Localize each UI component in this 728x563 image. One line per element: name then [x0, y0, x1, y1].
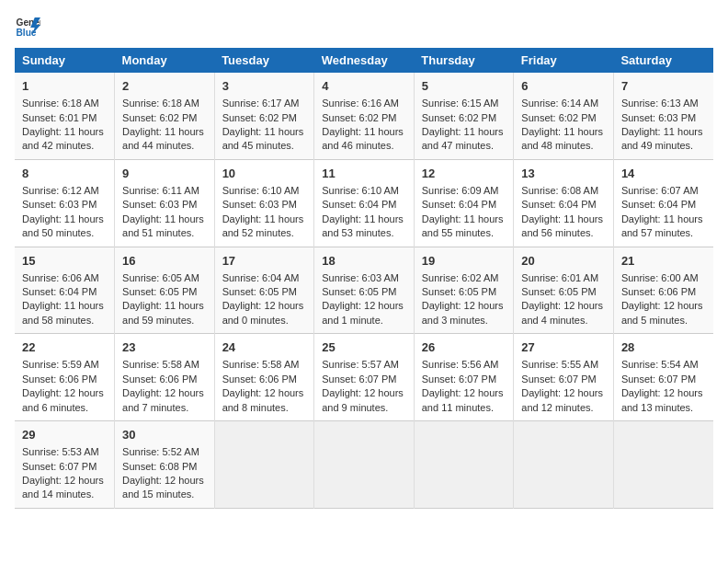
week-row-3: 15Sunrise: 6:06 AMSunset: 6:04 PMDayligh… — [15, 247, 713, 334]
day-number: 1 — [22, 78, 107, 95]
day-number: 27 — [521, 339, 606, 356]
calendar-cell: 17Sunrise: 6:04 AMSunset: 6:05 PMDayligh… — [214, 247, 314, 334]
day-number: 12 — [422, 166, 506, 182]
week-row-2: 8Sunrise: 6:12 AMSunset: 6:03 PMDaylight… — [15, 159, 713, 247]
calendar-cell: 20Sunrise: 6:01 AMSunset: 6:05 PMDayligh… — [514, 247, 614, 334]
calendar-cell: 1Sunrise: 6:18 AMSunset: 6:01 PMDaylight… — [15, 73, 115, 159]
header-row: SundayMondayTuesdayWednesdayThursdayFrid… — [15, 48, 713, 73]
day-number: 29 — [22, 427, 107, 443]
day-number: 16 — [122, 253, 207, 270]
calendar-cell — [214, 421, 314, 509]
calendar-table: SundayMondayTuesdayWednesdayThursdayFrid… — [15, 48, 713, 509]
calendar-cell — [514, 421, 614, 509]
calendar-cell: 28Sunrise: 5:54 AMSunset: 6:07 PMDayligh… — [613, 334, 713, 421]
calendar-cell: 18Sunrise: 6:03 AMSunset: 6:05 PMDayligh… — [314, 247, 415, 334]
col-header-saturday: Saturday — [613, 48, 713, 73]
svg-text:Blue: Blue — [17, 28, 37, 38]
day-number: 28 — [621, 339, 706, 356]
calendar-cell: 25Sunrise: 5:57 AMSunset: 6:07 PMDayligh… — [314, 334, 415, 421]
calendar-cell: 15Sunrise: 6:06 AMSunset: 6:04 PMDayligh… — [15, 247, 115, 334]
day-number: 23 — [122, 339, 207, 356]
calendar-cell: 26Sunrise: 5:56 AMSunset: 6:07 PMDayligh… — [414, 334, 514, 421]
day-number: 4 — [322, 78, 406, 95]
day-number: 20 — [521, 253, 606, 270]
day-number: 3 — [222, 78, 307, 95]
day-number: 14 — [621, 166, 706, 182]
day-number: 11 — [322, 166, 406, 182]
day-number: 22 — [22, 339, 107, 356]
calendar-cell: 12Sunrise: 6:09 AMSunset: 6:04 PMDayligh… — [414, 159, 514, 247]
col-header-sunday: Sunday — [15, 48, 115, 73]
day-number: 10 — [222, 166, 307, 182]
day-number: 2 — [122, 78, 207, 95]
calendar-cell: 19Sunrise: 6:02 AMSunset: 6:05 PMDayligh… — [414, 247, 514, 334]
day-number: 21 — [621, 253, 706, 270]
calendar-cell: 27Sunrise: 5:55 AMSunset: 6:07 PMDayligh… — [514, 334, 614, 421]
calendar-cell: 2Sunrise: 6:18 AMSunset: 6:02 PMDaylight… — [115, 73, 215, 159]
calendar-cell: 13Sunrise: 6:08 AMSunset: 6:04 PMDayligh… — [514, 159, 614, 247]
week-row-5: 29Sunrise: 5:53 AMSunset: 6:07 PMDayligh… — [15, 421, 713, 509]
day-number: 25 — [322, 339, 406, 356]
calendar-cell: 3Sunrise: 6:17 AMSunset: 6:02 PMDaylight… — [214, 73, 314, 159]
calendar-cell: 30Sunrise: 5:52 AMSunset: 6:08 PMDayligh… — [115, 421, 215, 509]
day-number: 8 — [22, 166, 107, 182]
col-header-thursday: Thursday — [414, 48, 514, 73]
day-number: 24 — [222, 339, 307, 356]
calendar-cell: 29Sunrise: 5:53 AMSunset: 6:07 PMDayligh… — [15, 421, 115, 509]
calendar-cell: 5Sunrise: 6:15 AMSunset: 6:02 PMDaylight… — [414, 73, 514, 159]
calendar-cell: 8Sunrise: 6:12 AMSunset: 6:03 PMDaylight… — [15, 159, 115, 247]
calendar-cell: 14Sunrise: 6:07 AMSunset: 6:04 PMDayligh… — [613, 159, 713, 247]
calendar-cell: 6Sunrise: 6:14 AMSunset: 6:02 PMDaylight… — [514, 73, 614, 159]
day-number: 6 — [521, 78, 606, 95]
col-header-wednesday: Wednesday — [314, 48, 415, 73]
page-header: General Blue — [15, 15, 713, 40]
calendar-cell: 16Sunrise: 6:05 AMSunset: 6:05 PMDayligh… — [115, 247, 215, 334]
calendar-cell: 9Sunrise: 6:11 AMSunset: 6:03 PMDaylight… — [115, 159, 215, 247]
day-number: 18 — [322, 253, 406, 270]
logo: General Blue — [15, 15, 40, 40]
calendar-cell — [414, 421, 514, 509]
col-header-monday: Monday — [115, 48, 215, 73]
calendar-cell: 7Sunrise: 6:13 AMSunset: 6:03 PMDaylight… — [613, 73, 713, 159]
day-number: 5 — [422, 78, 506, 95]
day-number: 17 — [222, 253, 307, 270]
day-number: 26 — [422, 339, 506, 356]
logo-icon: General Blue — [15, 15, 40, 40]
calendar-cell: 23Sunrise: 5:58 AMSunset: 6:06 PMDayligh… — [115, 334, 215, 421]
week-row-4: 22Sunrise: 5:59 AMSunset: 6:06 PMDayligh… — [15, 334, 713, 421]
calendar-cell — [314, 421, 415, 509]
week-row-1: 1Sunrise: 6:18 AMSunset: 6:01 PMDaylight… — [15, 73, 713, 159]
calendar-cell: 10Sunrise: 6:10 AMSunset: 6:03 PMDayligh… — [214, 159, 314, 247]
calendar-cell: 11Sunrise: 6:10 AMSunset: 6:04 PMDayligh… — [314, 159, 415, 247]
calendar-cell: 24Sunrise: 5:58 AMSunset: 6:06 PMDayligh… — [214, 334, 314, 421]
calendar-cell: 4Sunrise: 6:16 AMSunset: 6:02 PMDaylight… — [314, 73, 415, 159]
day-number: 15 — [22, 253, 107, 270]
day-number: 9 — [122, 166, 207, 182]
day-number: 30 — [122, 427, 207, 443]
col-header-friday: Friday — [514, 48, 614, 73]
day-number: 13 — [521, 166, 606, 182]
col-header-tuesday: Tuesday — [214, 48, 314, 73]
day-number: 7 — [621, 78, 706, 95]
calendar-cell: 22Sunrise: 5:59 AMSunset: 6:06 PMDayligh… — [15, 334, 115, 421]
day-number: 19 — [422, 253, 506, 270]
calendar-cell — [613, 421, 713, 509]
calendar-cell: 21Sunrise: 6:00 AMSunset: 6:06 PMDayligh… — [613, 247, 713, 334]
